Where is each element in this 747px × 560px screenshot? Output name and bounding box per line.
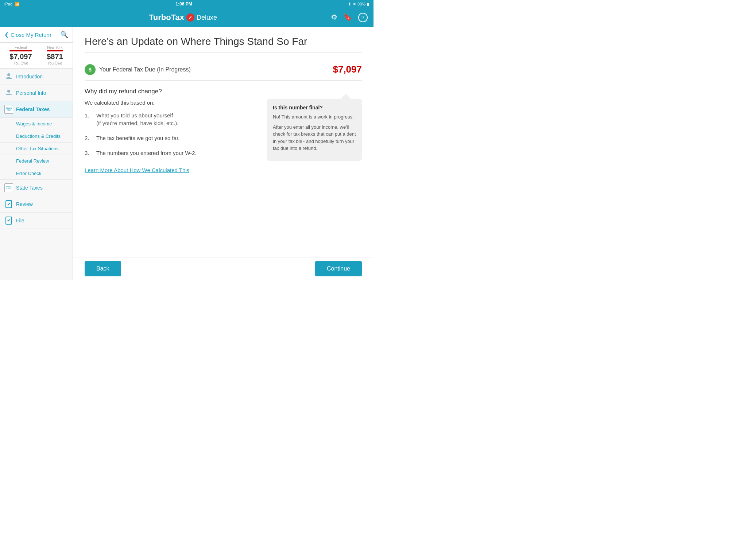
- newyork-bar: [47, 50, 63, 51]
- status-left: iPad 📶: [4, 2, 20, 7]
- callout-box: Is this number final? No! This amount is…: [267, 99, 362, 161]
- federal-amount: $7,097: [9, 52, 32, 61]
- tax-due-row: $ Your Federal Tax Due (In Progress) $7,…: [85, 59, 362, 81]
- dollar-circle-icon: $: [85, 64, 96, 75]
- reason-subtext-1: (if you're married, have kids, etc.).: [96, 120, 178, 126]
- close-row: ❮ Close My Return 🔍: [0, 27, 73, 43]
- reason-text-2: The tax benefits we got you so far.: [96, 134, 179, 142]
- deductions-credits-label: Deductions & Credits: [16, 133, 61, 139]
- callout-para-2: After you enter all your income, we'll c…: [273, 124, 356, 152]
- page-title: Here's an Update on Where Things Stand S…: [85, 36, 362, 53]
- calculated-based-text: We calculated this based on:: [85, 100, 258, 106]
- review-icon: [4, 200, 13, 209]
- dollar-sign: $: [89, 67, 92, 73]
- back-button[interactable]: Back: [85, 261, 121, 276]
- reason-num-1: 1.: [85, 112, 92, 127]
- close-my-return-label: Close My Return: [11, 32, 51, 38]
- newyork-label: New York: [47, 46, 63, 50]
- check-badge: ✓: [186, 13, 194, 22]
- two-col: Why did my refund change? We calculated …: [85, 88, 362, 174]
- bluetooth-icon: ✶: [353, 2, 356, 7]
- list-item: 2. The tax benefits we got you so far.: [85, 134, 258, 142]
- reason-text-1: What you told us about yourself (if you'…: [96, 112, 178, 127]
- wages-income-label: Wages & Income: [16, 121, 52, 127]
- sidebar-item-personal-info[interactable]: Personal Info: [0, 85, 73, 101]
- callout-title: Is this number final?: [273, 105, 356, 110]
- other-tax-situations-label: Other Tax Situations: [16, 146, 59, 151]
- sidebar-item-file[interactable]: File: [0, 213, 73, 229]
- callout-para-1: No! This amount is a work in progress.: [273, 113, 356, 121]
- list-item: 3. The numbers you entered from your W-2…: [85, 149, 258, 157]
- top-header: TurboTax ✓ Deluxe ⚙ 🔖 ?: [0, 8, 374, 27]
- sidebar-subitem-error-check[interactable]: Error Check: [0, 167, 73, 180]
- settings-icon[interactable]: ⚙: [331, 13, 337, 22]
- device-label: iPad: [4, 2, 12, 6]
- federal-bar: [9, 50, 32, 51]
- reason-num-3: 3.: [85, 149, 92, 157]
- state-taxes-label: State Taxes: [16, 185, 43, 191]
- sidebar-subitem-deductions-credits[interactable]: Deductions & Credits: [0, 130, 73, 143]
- newyork-tax-col: New York $871 You Owe: [47, 46, 63, 65]
- status-right: ⬆ ✶ 98% ▮: [348, 2, 369, 7]
- reason-list: 1. What you told us about yourself (if y…: [85, 112, 258, 157]
- sidebar-item-federal-taxes[interactable]: TAXES FED Federal Taxes: [0, 101, 73, 118]
- checkmark-icon: ✓: [188, 15, 192, 20]
- bookmark-icon[interactable]: 🔖: [343, 13, 352, 22]
- edition-label: Deluxe: [197, 14, 217, 22]
- bottom-bar: Back Continue: [73, 257, 374, 280]
- sidebar-subitem-wages-income[interactable]: Wages & Income: [0, 118, 73, 130]
- close-my-return-button[interactable]: ❮ Close My Return: [4, 31, 51, 38]
- tax-due-label: Your Federal Tax Due (In Progress): [99, 66, 191, 73]
- status-bar: iPad 📶 1:06 PM ⬆ ✶ 98% ▮: [0, 0, 374, 8]
- reason-num-2: 2.: [85, 134, 92, 142]
- file-label: File: [16, 218, 24, 223]
- back-chevron-icon: ❮: [4, 31, 9, 38]
- federal-icon: TAXES FED: [4, 105, 13, 114]
- list-item: 1. What you told us about yourself (if y…: [85, 112, 258, 127]
- federal-taxes-label: Federal Taxes: [16, 106, 50, 112]
- state-icon: TAXES STATE: [4, 183, 13, 192]
- turbotax-logo: TurboTax ✓ Deluxe: [149, 13, 217, 22]
- sidebar: ❮ Close My Return 🔍 Federal $7,097 You O…: [0, 27, 73, 280]
- help-icon[interactable]: ?: [358, 13, 368, 22]
- error-check-label: Error Check: [16, 171, 41, 176]
- learn-more-link[interactable]: Learn More About How We Calculated This: [85, 167, 189, 173]
- continue-button[interactable]: Continue: [315, 261, 362, 276]
- introduction-label: Introduction: [16, 74, 43, 79]
- personal-info-label: Personal Info: [16, 90, 46, 96]
- federal-tax-col: Federal $7,097 You Owe: [9, 46, 32, 65]
- review-label: Review: [16, 201, 33, 207]
- left-col: Why did my refund change? We calculated …: [85, 88, 258, 174]
- content-area: Here's an Update on Where Things Stand S…: [73, 27, 374, 280]
- federal-label: Federal: [9, 46, 32, 50]
- sidebar-subitem-other-tax-situations[interactable]: Other Tax Situations: [0, 143, 73, 155]
- nav-section: Introduction Personal Info TAXES FED Fed…: [0, 69, 73, 280]
- refund-change-title: Why did my refund change?: [85, 88, 258, 95]
- newyork-amount: $871: [47, 52, 63, 61]
- sidebar-subitem-federal-review[interactable]: Federal Review: [0, 155, 73, 167]
- newyork-owe: You Owe: [47, 61, 63, 65]
- svg-point-0: [7, 73, 10, 76]
- location-icon: ⬆: [348, 2, 351, 7]
- sidebar-item-review[interactable]: Review: [0, 196, 73, 213]
- right-col: Is this number final? No! This amount is…: [267, 88, 362, 174]
- tax-due-left: $ Your Federal Tax Due (In Progress): [85, 64, 191, 75]
- personal-icon: [4, 89, 13, 97]
- content-scroll: Here's an Update on Where Things Stand S…: [73, 27, 374, 257]
- wifi-icon: 📶: [15, 2, 20, 7]
- tax-due-amount: $7,097: [333, 64, 362, 75]
- battery-label: 98%: [357, 2, 365, 6]
- search-icon[interactable]: 🔍: [60, 31, 68, 39]
- status-time: 1:06 PM: [175, 1, 192, 7]
- main-layout: ❮ Close My Return 🔍 Federal $7,097 You O…: [0, 27, 374, 280]
- federal-review-label: Federal Review: [16, 158, 49, 164]
- sidebar-item-introduction[interactable]: Introduction: [0, 69, 73, 85]
- federal-owe: You Owe: [9, 61, 32, 65]
- app-name: TurboTax: [149, 13, 184, 22]
- sidebar-item-state-taxes[interactable]: TAXES STATE State Taxes: [0, 180, 73, 196]
- reason-text-3: The numbers you entered from your W-2.: [96, 149, 197, 157]
- svg-point-1: [7, 90, 10, 93]
- tax-summary: Federal $7,097 You Owe New York $871 You…: [0, 43, 73, 69]
- person-icon: [4, 72, 13, 81]
- file-icon: [4, 216, 13, 225]
